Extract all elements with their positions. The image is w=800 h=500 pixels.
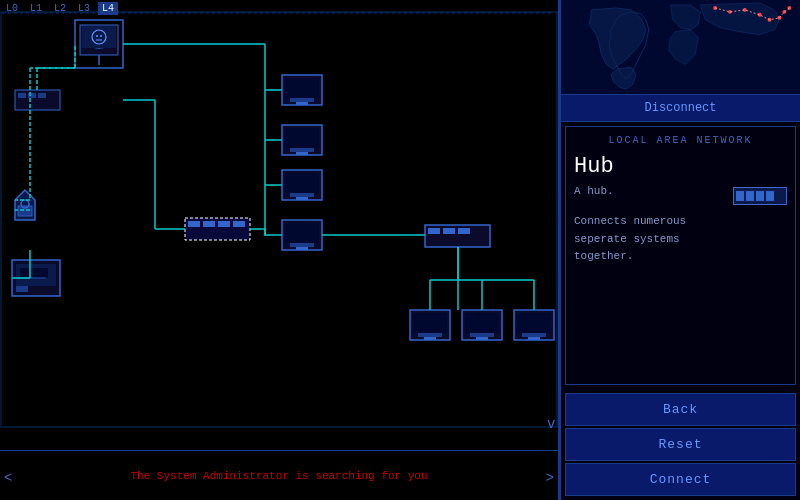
svg-rect-11 bbox=[18, 93, 26, 98]
bottom-buttons: Back Reset Connect bbox=[561, 389, 800, 500]
svg-rect-21 bbox=[16, 286, 28, 292]
svg-rect-29 bbox=[290, 98, 314, 102]
svg-rect-22 bbox=[185, 218, 250, 240]
lan-section: LOCAL AREA NETWORK Hub A hub. Connects n… bbox=[565, 126, 796, 385]
level-tab-l1[interactable]: L1 bbox=[26, 2, 46, 15]
svg-point-8 bbox=[96, 35, 98, 37]
device-icon bbox=[733, 187, 787, 205]
svg-rect-17 bbox=[12, 260, 60, 296]
svg-rect-51 bbox=[462, 310, 502, 340]
svg-rect-56 bbox=[517, 313, 551, 333]
level-tab-l0[interactable]: L0 bbox=[2, 2, 22, 15]
svg-rect-5 bbox=[82, 26, 116, 48]
svg-rect-12 bbox=[28, 93, 36, 98]
scroll-left-btn[interactable]: < bbox=[4, 470, 12, 486]
right-panel: Disconnect LOCAL AREA NETWORK Hub A hub.… bbox=[560, 0, 800, 500]
svg-rect-49 bbox=[418, 333, 442, 337]
svg-rect-58 bbox=[528, 337, 540, 340]
reset-button[interactable]: Reset bbox=[565, 428, 796, 461]
svg-rect-42 bbox=[296, 247, 308, 250]
device-name: Hub bbox=[574, 154, 787, 179]
world-map bbox=[561, 0, 800, 95]
level-tab-l4[interactable]: L4 bbox=[98, 2, 118, 15]
svg-rect-13 bbox=[38, 93, 46, 98]
svg-marker-14 bbox=[15, 190, 35, 220]
svg-rect-26 bbox=[233, 221, 245, 227]
svg-rect-38 bbox=[296, 197, 308, 200]
svg-rect-47 bbox=[410, 310, 450, 340]
network-map-panel: L0 L1 L2 L3 L4 bbox=[0, 0, 560, 500]
svg-rect-10 bbox=[15, 90, 60, 110]
network-diagram: v bbox=[0, 0, 558, 430]
svg-rect-35 bbox=[282, 170, 322, 200]
level-tab-l2[interactable]: L2 bbox=[50, 2, 70, 15]
svg-rect-36 bbox=[285, 173, 319, 193]
svg-rect-55 bbox=[514, 310, 554, 340]
connect-button[interactable]: Connect bbox=[565, 463, 796, 496]
svg-rect-46 bbox=[458, 228, 470, 234]
svg-rect-52 bbox=[465, 313, 499, 333]
svg-rect-48 bbox=[413, 313, 447, 333]
svg-rect-57 bbox=[522, 333, 546, 337]
svg-rect-33 bbox=[290, 148, 314, 152]
svg-rect-0 bbox=[1, 12, 557, 427]
svg-rect-31 bbox=[282, 125, 322, 155]
svg-rect-53 bbox=[470, 333, 494, 337]
svg-rect-18 bbox=[16, 264, 56, 286]
svg-rect-28 bbox=[285, 78, 319, 98]
svg-rect-2 bbox=[80, 25, 118, 55]
svg-rect-24 bbox=[203, 221, 215, 227]
device-detail: Connects numerousseperate systemstogethe… bbox=[574, 213, 787, 266]
svg-rect-50 bbox=[424, 337, 436, 340]
svg-rect-27 bbox=[282, 75, 322, 105]
svg-text:v: v bbox=[547, 416, 555, 430]
level-tabs: L0 L1 L2 L3 L4 bbox=[2, 2, 118, 15]
svg-point-94 bbox=[758, 13, 762, 17]
svg-point-9 bbox=[100, 35, 102, 37]
svg-point-6 bbox=[92, 30, 106, 44]
svg-rect-44 bbox=[428, 228, 440, 234]
svg-rect-40 bbox=[285, 223, 319, 243]
svg-rect-23 bbox=[188, 221, 200, 227]
svg-rect-41 bbox=[290, 243, 314, 247]
lan-title: LOCAL AREA NETWORK bbox=[574, 135, 787, 146]
svg-rect-19 bbox=[20, 268, 48, 278]
back-button[interactable]: Back bbox=[565, 393, 796, 426]
status-message: The System Administrator is searching fo… bbox=[130, 470, 427, 482]
svg-rect-1 bbox=[75, 20, 123, 68]
device-description: A hub. bbox=[574, 185, 614, 197]
svg-point-3 bbox=[89, 32, 109, 48]
svg-rect-43 bbox=[425, 225, 490, 247]
svg-rect-15 bbox=[18, 206, 32, 216]
svg-rect-39 bbox=[282, 220, 322, 250]
svg-rect-45 bbox=[443, 228, 455, 234]
level-tab-l3[interactable]: L3 bbox=[74, 2, 94, 15]
svg-rect-34 bbox=[296, 152, 308, 155]
svg-rect-37 bbox=[290, 193, 314, 197]
svg-rect-32 bbox=[285, 128, 319, 148]
status-bar: < The System Administrator is searching … bbox=[0, 450, 558, 500]
svg-point-16 bbox=[21, 200, 29, 208]
svg-rect-25 bbox=[218, 221, 230, 227]
svg-rect-54 bbox=[476, 337, 488, 340]
scroll-right-btn[interactable]: > bbox=[546, 470, 554, 486]
svg-rect-30 bbox=[296, 102, 308, 105]
disconnect-button[interactable]: Disconnect bbox=[561, 95, 800, 122]
